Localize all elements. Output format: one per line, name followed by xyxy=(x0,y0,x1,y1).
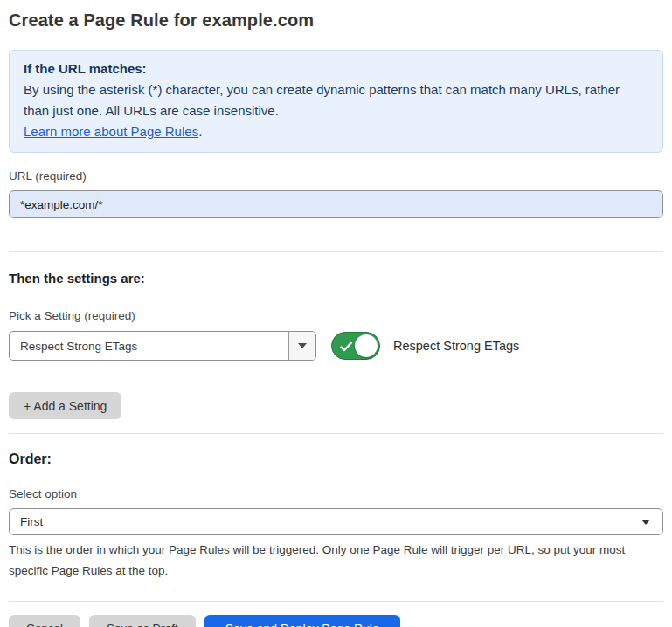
select-option-label: Select option xyxy=(9,487,663,501)
save-draft-button[interactable]: Save as Draft xyxy=(89,615,196,627)
toggle-label: Respect Strong ETags xyxy=(393,339,519,353)
order-select-value: First xyxy=(20,515,43,528)
pick-setting-label: Pick a Setting (required) xyxy=(9,309,663,323)
toggle-knob xyxy=(355,334,378,357)
order-select[interactable]: First xyxy=(9,508,663,535)
setting-select-arrow-button[interactable] xyxy=(288,332,315,360)
learn-more-link[interactable]: Learn more about Page Rules xyxy=(24,124,198,139)
setting-toggle[interactable] xyxy=(331,332,380,360)
section-divider xyxy=(9,251,663,252)
save-deploy-button[interactable]: Save and Deploy Page Rule xyxy=(204,615,400,627)
url-input[interactable] xyxy=(9,190,663,218)
page-title: Create a Page Rule for example.com xyxy=(9,9,663,31)
check-icon xyxy=(340,341,352,353)
link-period: . xyxy=(198,124,202,139)
info-box-link-line: Learn more about Page Rules. xyxy=(24,121,648,142)
setting-select[interactable]: Respect Strong ETags xyxy=(9,331,316,361)
setting-row: Respect Strong ETags Respect Strong ETag… xyxy=(9,331,663,361)
page-rule-form: Create a Page Rule for example.com If th… xyxy=(0,0,672,627)
url-label: URL (required) xyxy=(9,169,663,183)
url-match-info-box: If the URL matches: By using the asteris… xyxy=(9,50,663,153)
footer-actions: Cancel Save as Draft Save and Deploy Pag… xyxy=(9,615,663,627)
add-setting-button[interactable]: + Add a Setting xyxy=(9,392,121,419)
chevron-down-icon xyxy=(641,520,650,525)
section-divider xyxy=(9,601,663,602)
info-box-heading: If the URL matches: xyxy=(24,59,648,79)
setting-select-value: Respect Strong ETags xyxy=(10,332,288,360)
order-help-text: This is the order in which your Page Rul… xyxy=(9,540,663,582)
info-box-body: By using the asterisk (*) character, you… xyxy=(24,79,648,121)
section-divider xyxy=(9,433,663,434)
cancel-button[interactable]: Cancel xyxy=(9,615,80,627)
order-heading: Order: xyxy=(9,451,663,467)
settings-heading: Then the settings are: xyxy=(9,271,663,286)
chevron-down-icon xyxy=(298,343,307,348)
